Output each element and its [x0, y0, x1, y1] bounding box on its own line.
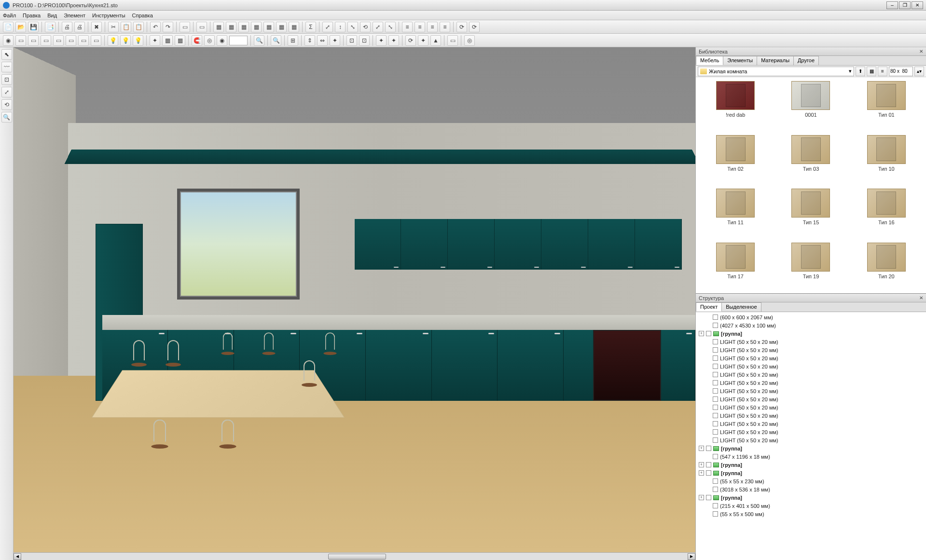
toolbar-button[interactable]: ▭ [28, 35, 39, 46]
tree-item-row[interactable]: (215 x 401 x 500 мм) [697, 502, 925, 510]
library-item[interactable]: Тип 02 [700, 135, 771, 182]
tree-item-row[interactable]: LIGHT (50 x 50 x 20 мм) [697, 395, 925, 403]
toolbar-button[interactable]: ⊞ [288, 35, 298, 46]
library-tab-3[interactable]: Другое [793, 56, 819, 65]
toolbar-button[interactable]: ✦ [330, 35, 340, 46]
toolbar-button[interactable]: ▦ [175, 35, 185, 46]
tree-checkbox-icon[interactable] [713, 503, 718, 508]
3d-viewport[interactable] [14, 47, 695, 552]
toolbar-button[interactable]: ◎ [464, 35, 475, 46]
tree-item-row[interactable]: LIGHT (50 x 50 x 20 мм) [697, 403, 925, 411]
toolbar-button[interactable]: ≡ [402, 22, 413, 32]
toolbar-button[interactable]: ≡ [440, 22, 450, 32]
library-item[interactable]: Тип 16 [851, 189, 922, 236]
chevron-down-icon[interactable]: ▾ [849, 68, 852, 74]
library-item[interactable]: !red dab [700, 81, 771, 128]
left-tool-button[interactable]: 〰 [1, 62, 12, 72]
toolbar-button[interactable]: ✂ [108, 22, 119, 32]
toolbar-button[interactable]: ⟲ [360, 22, 371, 32]
toolbar-button[interactable]: ✦ [388, 35, 399, 46]
toolbar-button[interactable]: ✦ [418, 35, 428, 46]
library-tab-2[interactable]: Материалы [757, 56, 794, 65]
tree-checkbox-icon[interactable] [713, 355, 718, 361]
library-close-icon[interactable]: ✕ [919, 49, 923, 54]
toolbar-button[interactable]: 📋 [133, 22, 144, 32]
toolbar-button[interactable]: ▭ [447, 35, 458, 46]
up-folder-button[interactable]: ⬆ [856, 67, 865, 76]
tree-item-row[interactable]: LIGHT (50 x 50 x 20 мм) [697, 354, 925, 362]
tree-item-row[interactable]: LIGHT (50 x 50 x 20 мм) [697, 411, 925, 420]
toolbar-button[interactable]: 🧲 [192, 35, 202, 46]
tree-group-row[interactable]: +[группа] [697, 461, 925, 469]
left-tool-button[interactable]: 🔍 [1, 112, 12, 123]
toolbar-button[interactable]: ✦ [150, 35, 160, 46]
tree-checkbox-icon[interactable] [713, 429, 718, 435]
toolbar-button[interactable]: 🔍 [271, 35, 281, 46]
toolbar-button[interactable]: 📄 [3, 22, 14, 32]
library-tab-1[interactable]: Элементы [723, 56, 757, 65]
thumbnail-size-input[interactable] [889, 67, 913, 76]
tree-item-row[interactable]: LIGHT (50 x 50 x 20 мм) [697, 420, 925, 428]
library-item[interactable]: Тип 19 [775, 243, 846, 290]
toolbar-button[interactable]: ▭ [15, 35, 26, 46]
structure-tab-0[interactable]: Проект [696, 302, 722, 312]
tree-item-row[interactable]: LIGHT (50 x 50 x 20 мм) [697, 387, 925, 395]
tree-expander-icon[interactable]: + [699, 495, 704, 500]
tree-item-row[interactable]: (3018 x 536 x 18 мм) [697, 485, 925, 493]
tree-expander-icon[interactable]: + [699, 331, 704, 336]
toolbar-button[interactable]: ↕ [335, 22, 346, 32]
tree-item-row[interactable]: LIGHT (50 x 50 x 20 мм) [697, 379, 925, 387]
toolbar-button[interactable]: ◉ [3, 35, 14, 46]
library-item[interactable]: Тип 03 [775, 135, 846, 182]
library-item[interactable]: Тип 01 [851, 81, 922, 128]
toolbar-button[interactable]: ▭ [53, 35, 64, 46]
left-tool-button[interactable]: ⟲ [1, 99, 12, 110]
tree-checkbox-icon[interactable] [713, 396, 718, 402]
menu-файл[interactable]: Файл [3, 13, 16, 18]
tree-item-row[interactable]: LIGHT (50 x 50 x 20 мм) [697, 436, 925, 444]
toolbar-button[interactable]: ▭ [180, 22, 190, 32]
toolbar-button[interactable]: ▦ [289, 22, 299, 32]
horizontal-scrollbar[interactable]: ◀ ▶ [14, 552, 695, 560]
toolbar-button[interactable]: ≡ [415, 22, 425, 32]
tree-checkbox-icon[interactable] [713, 380, 718, 385]
tree-checkbox-icon[interactable] [706, 470, 711, 476]
toolbar-button[interactable]: ▦ [162, 35, 173, 46]
tree-checkbox-icon[interactable] [713, 347, 718, 353]
toolbar-button[interactable]: ⟳ [469, 22, 480, 32]
toolbar-button[interactable]: ▦ [251, 22, 262, 32]
toolbar-button[interactable]: ▭ [196, 22, 207, 32]
toolbar-button[interactable]: ▦ [276, 22, 287, 32]
left-tool-button[interactable]: ⊡ [1, 74, 12, 85]
tree-expander-icon[interactable]: + [699, 470, 704, 476]
toolbar-button[interactable]: ≡ [427, 22, 438, 32]
toolbar-button[interactable]: ▦ [238, 22, 249, 32]
library-item[interactable]: Тип 17 [700, 243, 771, 290]
menu-вид[interactable]: Вид [47, 13, 57, 18]
tree-item-row[interactable]: LIGHT (50 x 50 x 20 мм) [697, 346, 925, 354]
toolbar-button[interactable]: ⊡ [359, 35, 370, 46]
tree-group-row[interactable]: +[группа] [697, 444, 925, 452]
toolbar-button[interactable]: ⟳ [456, 22, 467, 32]
tree-item-row[interactable]: (547 x 1196 x 18 мм) [697, 452, 925, 461]
tree-checkbox-icon[interactable] [713, 454, 718, 459]
tree-checkbox-icon[interactable] [713, 421, 718, 426]
left-tool-button[interactable]: ⤢ [1, 87, 12, 97]
toolbar-button[interactable]: ▦ [226, 22, 236, 32]
tree-item-row[interactable]: (55 x 55 x 230 мм) [697, 477, 925, 485]
toolbar-button[interactable]: ◎ [204, 35, 215, 46]
toolbar-button[interactable]: 💡 [108, 35, 118, 46]
toolbar-button[interactable]: 🖨 [62, 22, 72, 32]
scroll-left-arrow[interactable]: ◀ [14, 553, 21, 560]
menu-элемент[interactable]: Элемент [64, 13, 85, 18]
tree-checkbox-icon[interactable] [713, 405, 718, 410]
tree-checkbox-icon[interactable] [706, 462, 711, 467]
menu-инструменты[interactable]: Инструменты [92, 13, 125, 18]
library-item[interactable]: Тип 15 [775, 189, 846, 236]
toolbar-button[interactable]: ⤢ [373, 22, 383, 32]
toolbar-button[interactable]: 💡 [120, 35, 131, 46]
maximize-button[interactable]: ❐ [899, 1, 911, 9]
menu-справка[interactable]: Справка [132, 13, 153, 18]
structure-tab-1[interactable]: Выделенное [721, 302, 761, 312]
toolbar-button[interactable]: ⇕ [304, 35, 315, 46]
